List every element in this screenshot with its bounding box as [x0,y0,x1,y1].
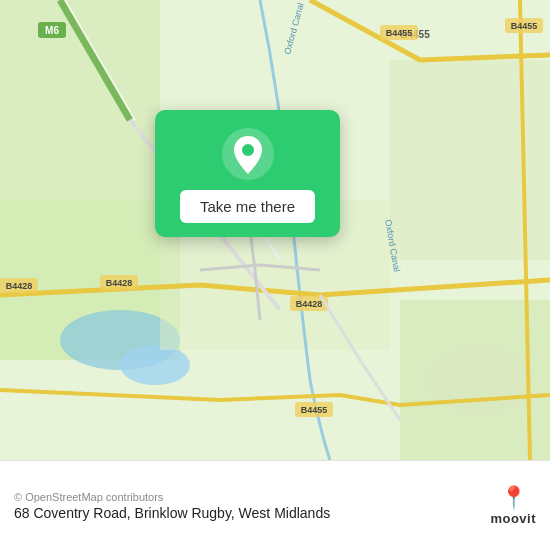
moovit-pin-icon: 📍 [500,485,527,511]
svg-point-4 [120,345,190,385]
moovit-brand-label: moovit [490,511,536,526]
map-container: M6 B4455 B4455 B4455 Oxford Canal Oxford… [0,0,550,460]
bottom-bar: © OpenStreetMap contributors 68 Coventry… [0,460,550,550]
svg-text:B4428: B4428 [106,278,133,288]
svg-text:M6: M6 [45,25,59,36]
address-text: 68 Coventry Road, Brinklow Rugby, West M… [14,505,330,521]
svg-text:B4428: B4428 [6,281,33,291]
svg-text:B4455: B4455 [301,405,328,415]
bottom-left: © OpenStreetMap contributors 68 Coventry… [14,491,330,521]
take-me-there-button[interactable]: Take me there [180,190,315,223]
svg-text:B4455: B4455 [511,21,538,31]
moovit-logo: 📍 moovit [490,485,536,526]
osm-credit: © OpenStreetMap contributors [14,491,330,503]
svg-point-7 [425,345,535,415]
svg-text:B4428: B4428 [296,299,323,309]
pin-icon [222,128,274,180]
svg-text:B4455: B4455 [386,28,413,38]
svg-point-27 [242,144,254,156]
location-card[interactable]: Take me there [155,110,340,237]
